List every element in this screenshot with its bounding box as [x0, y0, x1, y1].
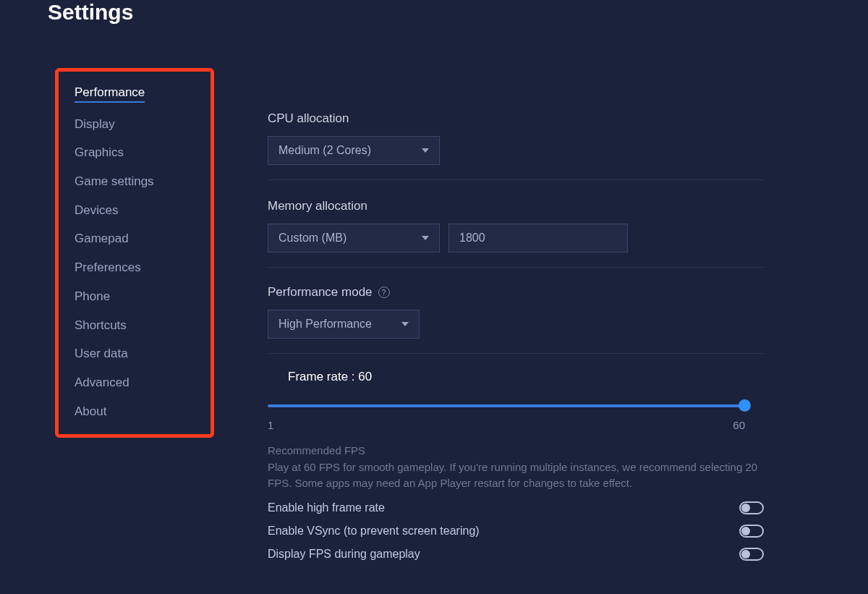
memory-mode-value: Custom (MB): [278, 232, 346, 245]
cpu-allocation-select[interactable]: Medium (2 Cores): [268, 136, 440, 165]
chevron-down-icon: [422, 148, 429, 153]
sidebar-item-phone[interactable]: Phone: [75, 290, 110, 304]
slider-max: 60: [733, 419, 745, 431]
sidebar-item-user-data[interactable]: User data: [75, 347, 128, 361]
display-fps-label: Display FPS during gameplay: [268, 548, 420, 561]
frame-rate-slider[interactable]: 1 60: [268, 393, 745, 431]
chevron-down-icon: [401, 322, 409, 326]
help-icon[interactable]: ?: [378, 287, 390, 298]
divider: [268, 179, 764, 180]
chevron-down-icon: [422, 236, 429, 240]
sidebar-item-shortcuts[interactable]: Shortcuts: [75, 319, 127, 333]
cpu-allocation-label: CPU allocation: [268, 111, 846, 126]
slider-thumb[interactable]: [739, 399, 751, 412]
enable-vsync-toggle[interactable]: [739, 525, 764, 538]
sidebar-highlight-box: Performance Display Graphics Game settin…: [55, 68, 214, 438]
sidebar-item-graphics[interactable]: Graphics: [75, 146, 124, 160]
slider-min: 1: [268, 419, 273, 431]
performance-mode-value: High Performance: [278, 318, 372, 331]
frame-rate-label: Frame rate : 60: [288, 370, 846, 384]
enable-vsync-label: Enable VSync (to prevent screen tearing): [268, 525, 480, 538]
enable-high-frame-rate-toggle[interactable]: [739, 501, 764, 514]
sidebar-item-gamepad[interactable]: Gamepad: [75, 232, 129, 246]
sidebar-item-game-settings[interactable]: Game settings: [75, 175, 154, 189]
sidebar-item-preferences[interactable]: Preferences: [75, 261, 141, 275]
memory-value-input[interactable]: [448, 224, 628, 253]
cpu-allocation-value: Medium (2 Cores): [278, 144, 371, 157]
recommended-fps-text: Play at 60 FPS for smooth gameplay. If y…: [268, 459, 760, 491]
sidebar-item-advanced[interactable]: Advanced: [75, 376, 129, 390]
sidebar-item-display[interactable]: Display: [75, 118, 115, 132]
page-title: Settings: [48, 0, 868, 25]
display-fps-toggle[interactable]: [739, 548, 764, 561]
recommended-fps-title: Recommended FPS: [268, 444, 846, 457]
divider: [268, 267, 764, 268]
enable-high-frame-rate-label: Enable high frame rate: [268, 501, 385, 514]
memory-mode-select[interactable]: Custom (MB): [268, 224, 440, 253]
sidebar: Performance Display Graphics Game settin…: [22, 68, 224, 594]
sidebar-item-devices[interactable]: Devices: [75, 204, 118, 218]
memory-allocation-label: Memory allocation: [268, 199, 846, 213]
settings-content: CPU allocation Medium (2 Cores) Memory a…: [224, 68, 846, 594]
performance-mode-select[interactable]: High Performance: [268, 310, 420, 339]
sidebar-item-performance[interactable]: Performance: [75, 86, 145, 103]
performance-mode-label-text: Performance mode: [268, 285, 373, 300]
performance-mode-label: Performance mode ?: [268, 285, 846, 300]
sidebar-item-about[interactable]: About: [75, 405, 106, 419]
